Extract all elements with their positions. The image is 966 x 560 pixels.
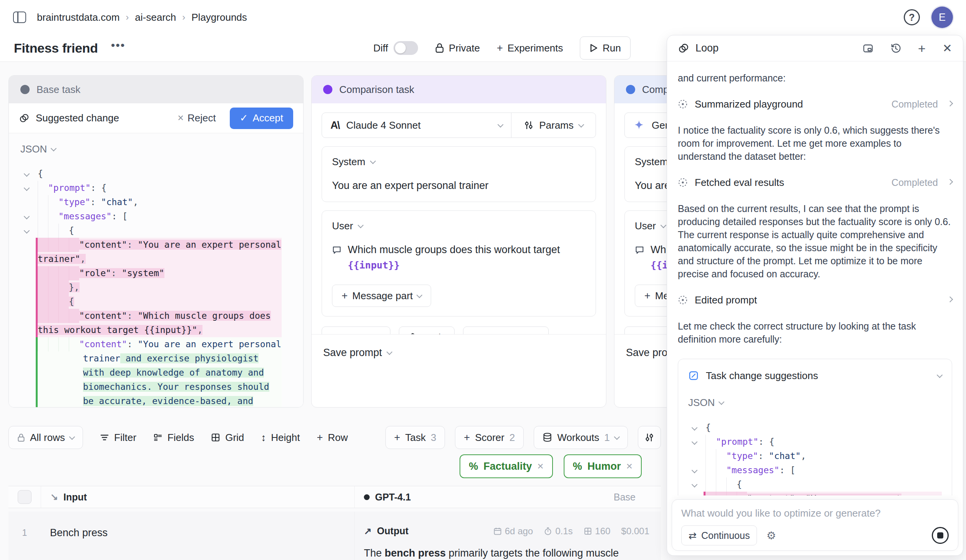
history-icon[interactable] [890,43,901,54]
all-rows-filter-button[interactable]: All rows [8,426,83,449]
base-task-editor[interactable]: JSON {"prompt": {"type": "chat","message… [9,133,303,408]
play-icon [589,43,598,53]
chevron-right-icon [947,100,953,106]
system-role-select[interactable]: System [332,156,586,168]
avatar[interactable]: E [931,7,953,28]
column-settings-button[interactable] [638,426,661,449]
model-column-header[interactable]: GPT-4.1 Base [354,486,661,508]
settings-gear-icon[interactable]: ⚙ [766,529,776,542]
model-dot [364,494,370,500]
grid-view-button[interactable]: Grid [211,432,244,444]
dataset-select-button[interactable]: Workouts 1 [534,426,628,449]
close-icon[interactable]: ✕ [943,41,952,55]
loop-step-fetched-eval-results[interactable]: Fetched eval resultsCompleted [678,176,952,189]
filter-button[interactable]: Filter [100,432,136,444]
collapse-icon[interactable] [24,171,30,177]
popout-icon[interactable] [863,43,873,54]
indent-guide [58,337,69,351]
reject-button[interactable]: × Reject [178,112,216,124]
height-arrows-icon: ↕ [261,432,266,444]
params-button[interactable]: Params [511,113,596,138]
indent-guide [38,295,48,309]
user-role-select[interactable]: User [332,220,586,232]
experiments-button[interactable]: + Experiments [497,42,563,54]
loop-input-card: What would you like to optimize or gener… [672,499,958,551]
loop-input-field[interactable]: What would you like to optimize or gener… [681,507,949,519]
table-row[interactable]: 1 Bench press ↗ Output 6d ago 0.1s [8,512,661,560]
help-icon[interactable]: ? [904,9,920,25]
system-message-text[interactable]: You are an expert personal trainer [332,179,586,192]
percent-icon: % [573,461,582,472]
sidebar-toggle-icon[interactable] [13,12,26,23]
loop-step-summarized-playground[interactable]: Summarized playgroundCompleted [678,98,952,111]
model-select[interactable]: A\ Claude 4 Sonnet [322,113,511,138]
collapse-icon[interactable] [24,214,30,220]
add-row-button[interactable]: + Row [317,432,348,444]
tokens-meta: 160 [584,526,611,537]
code-line: "messages": [ [704,463,942,477]
add-task-button[interactable]: + Task 3 [385,426,445,449]
continuous-mode-button[interactable]: ⇄ Continuous [681,525,757,545]
chevron-down-icon [661,222,667,229]
run-button[interactable]: Run [580,36,631,60]
template-variable[interactable]: {{input}} [348,260,400,271]
remove-icon[interactable]: × [626,460,632,472]
collapse-icon[interactable] [692,467,698,474]
message-bubble-icon [332,245,342,255]
indent-guide [726,477,737,492]
select-all-checkbox[interactable] [18,490,32,504]
remove-icon[interactable]: × [537,460,543,472]
indent-guide [38,195,48,209]
format-select[interactable]: JSON [20,143,292,155]
collapse-icon[interactable] [692,439,698,445]
loop-rings-icon [678,43,689,54]
lock-icon [435,43,444,53]
stop-button[interactable] [932,527,949,544]
input-column-header[interactable]: ↘ Input [41,486,354,508]
diff-toggle[interactable] [393,41,418,55]
collapse-icon[interactable] [24,228,30,234]
comparison-task-header: Comparison task [312,76,606,103]
filter-icon [100,433,109,442]
indent-guide [716,492,726,495]
indent-guide [705,492,716,495]
row-output-cell[interactable]: ↗ Output 6d ago 0.1s 160 [354,512,661,560]
scorer-chip-humor[interactable]: % Humor × [564,454,642,478]
accept-button[interactable]: ✓ Accept [230,108,293,129]
row-height-button[interactable]: ↕ Height [261,432,300,444]
breadcrumb-org[interactable]: braintrustdata.com [37,12,120,23]
add-scorer-button[interactable]: + Scorer 2 [455,426,524,449]
breadcrumb-separator: › [182,12,185,23]
private-button[interactable]: Private [435,42,480,54]
top-bar: braintrustdata.com › ai-search › Playgro… [0,0,966,35]
model-row: A\ Claude 4 Sonnet Params [322,113,596,138]
new-chat-icon[interactable]: + [918,45,926,52]
add-message-part-button[interactable]: + Message part [332,285,431,307]
scorer-chip-factuality[interactable]: % Factuality × [460,454,553,478]
chevron-down-icon [937,372,943,378]
more-menu-button[interactable]: ••• [111,43,126,53]
save-prompt-button[interactable]: Save prompt [312,334,606,371]
system-message-card[interactable]: System You are an expert personal traine… [322,146,596,202]
breadcrumb-project[interactable]: ai-search [135,12,176,23]
latency-meta: 0.1s [544,526,573,537]
collapse-icon[interactable] [24,185,30,191]
collapse-icon[interactable] [692,425,698,431]
breadcrumb-section[interactable]: Playgrounds [191,12,247,23]
loop-message-text: Let me check the correct structure by lo… [678,320,952,346]
format-select[interactable]: JSON [688,396,942,409]
user-message-card[interactable]: User Which muscle groups does this worko… [322,210,596,316]
collapse-icon[interactable] [692,482,698,488]
row-input-cell[interactable]: Bench press [41,512,354,560]
chevron-down-icon [370,158,376,164]
indent-guide [48,309,58,323]
task-change-icon [688,370,699,381]
loop-step-edited-prompt[interactable]: Edited prompt [678,293,952,307]
user-message-text[interactable]: Which muscle groups does this workout ta… [348,242,586,273]
comparison-task-title: Comparison task [339,84,414,96]
task-change-suggestions-header[interactable]: Task change suggestions [688,369,942,382]
lock-icon [17,433,25,442]
fields-button[interactable]: Fields [153,432,194,444]
comparison-task-column: Comparison task A\ Claude 4 Sonnet Param… [311,75,606,408]
comparison-task-dot [323,85,332,94]
